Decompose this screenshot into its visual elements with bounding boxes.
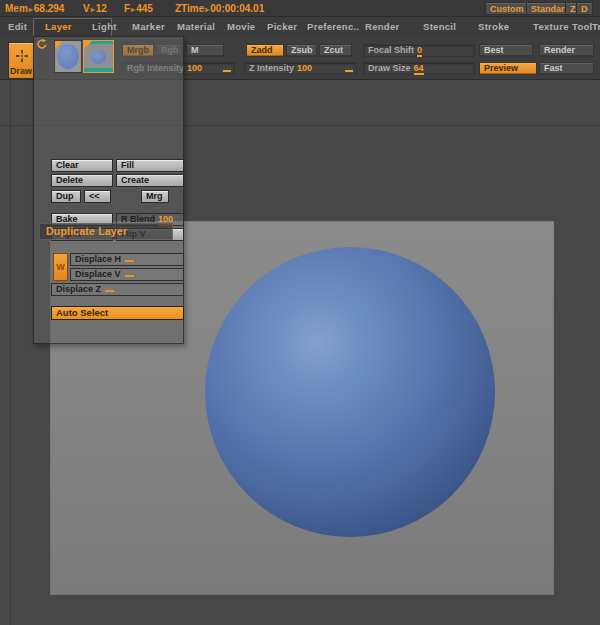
menu-item-layer[interactable]: Layer bbox=[45, 21, 72, 32]
layer-thumbnail-sphere bbox=[91, 50, 106, 64]
draw-button-label: Draw bbox=[9, 67, 33, 76]
d-button[interactable]: D bbox=[576, 2, 593, 15]
layer-thumbnail-1[interactable] bbox=[54, 40, 82, 73]
menu-item-edit[interactable]: Edit bbox=[8, 21, 27, 32]
custom-button[interactable]: Custom bbox=[485, 2, 529, 15]
status-bar: Mem▸68.294 V▸12 F▸445 ZTime▸00:00:04.01 … bbox=[0, 0, 600, 17]
sphere-3d-object[interactable] bbox=[205, 247, 495, 537]
ztime-value: 00:00:04.01 bbox=[210, 3, 264, 14]
wrap-mode-button[interactable]: W bbox=[53, 253, 68, 281]
zsub-button[interactable]: Zsub bbox=[286, 44, 317, 57]
menu-item-render[interactable]: Render bbox=[365, 21, 400, 32]
auto-select-button[interactable]: Auto Select bbox=[51, 306, 184, 320]
displace-v-slider[interactable]: Displace V bbox=[70, 268, 184, 281]
fill-button[interactable]: Fill bbox=[116, 159, 184, 172]
slider-handle[interactable] bbox=[223, 70, 231, 72]
v-label: V bbox=[83, 3, 90, 14]
menu-item-marker[interactable]: Marker bbox=[132, 21, 165, 32]
zbrush-app: Mem▸68.294 V▸12 F▸445 ZTime▸00:00:04.01 … bbox=[0, 0, 600, 625]
z-intensity-value: 100 bbox=[297, 63, 312, 73]
slider-handle[interactable] bbox=[345, 70, 353, 72]
menu-item-tool[interactable]: Tool bbox=[572, 21, 593, 32]
crosshair-icon bbox=[14, 48, 30, 64]
v-value: 12 bbox=[96, 3, 107, 14]
mem-value: 68.294 bbox=[34, 3, 65, 14]
create-button[interactable]: Create bbox=[116, 174, 184, 187]
preview-button[interactable]: Preview bbox=[479, 62, 537, 75]
clear-button[interactable]: Clear bbox=[51, 159, 113, 172]
layer-panel: Clear Fill Delete Create Dup << Mrg Bake… bbox=[33, 36, 184, 344]
v-stat: V▸12 bbox=[83, 3, 107, 15]
menu-item-light[interactable]: Light bbox=[92, 21, 117, 32]
zcut-button[interactable]: Zcut bbox=[319, 44, 352, 57]
ztime-label: ZTime bbox=[175, 3, 204, 14]
menu-item-stencil[interactable]: Stencil bbox=[423, 21, 456, 32]
displace-z-label: Displace Z bbox=[56, 284, 101, 294]
layer-stripe bbox=[84, 68, 113, 72]
displace-h-label: Displace H bbox=[75, 254, 121, 264]
menu-item-preferences[interactable]: Preferenc.. bbox=[307, 21, 359, 32]
menu-item-texture[interactable]: Texture bbox=[533, 21, 569, 32]
draw-size-slider[interactable]: Draw Size64 bbox=[363, 62, 475, 75]
menu-item-movie[interactable]: Movie bbox=[227, 21, 255, 32]
z-intensity-slider[interactable]: Z Intensity100 bbox=[244, 62, 357, 75]
slider-handle[interactable] bbox=[105, 290, 114, 292]
zadd-button[interactable]: Zadd bbox=[246, 44, 284, 57]
slider-handle[interactable] bbox=[125, 260, 134, 262]
menu-item-picker[interactable]: Picker bbox=[267, 21, 297, 32]
draw-button[interactable]: Draw bbox=[8, 42, 34, 79]
rgb-intensity-value: 100 bbox=[187, 63, 202, 73]
delete-button[interactable]: Delete bbox=[51, 174, 113, 187]
mem-label: Mem bbox=[5, 3, 28, 14]
ztime-stat: ZTime▸00:00:04.01 bbox=[175, 3, 264, 15]
menu-item-material[interactable]: Material bbox=[177, 21, 215, 32]
z-intensity-label: Z Intensity bbox=[249, 63, 294, 73]
refresh-icon[interactable] bbox=[36, 38, 48, 50]
collapse-button[interactable]: << bbox=[84, 190, 111, 203]
fast-button[interactable]: Fast bbox=[539, 62, 594, 75]
mrg-button[interactable]: Mrg bbox=[141, 190, 169, 203]
layer-corner-marker-icon bbox=[84, 41, 92, 49]
displace-v-label: Displace V bbox=[75, 269, 121, 279]
f-stat: F▸445 bbox=[124, 3, 153, 15]
displace-h-slider[interactable]: Displace H bbox=[70, 253, 184, 266]
f-value: 445 bbox=[136, 3, 153, 14]
mem-stat: Mem▸68.294 bbox=[5, 3, 64, 15]
draw-size-label: Draw Size bbox=[368, 63, 411, 73]
menu-bar: Edit Layer Light Marker Material Movie P… bbox=[0, 17, 600, 36]
draw-size-value: 64 bbox=[414, 64, 424, 75]
left-tray-divider bbox=[10, 80, 11, 625]
layer-thumbnail-2-selected[interactable] bbox=[83, 40, 114, 73]
displace-z-slider[interactable]: Displace Z bbox=[51, 283, 184, 296]
slider-handle[interactable] bbox=[125, 275, 134, 277]
render-button[interactable]: Render bbox=[539, 44, 594, 57]
focal-shift-value: 0 bbox=[417, 46, 422, 57]
menu-item-stroke[interactable]: Stroke bbox=[478, 21, 509, 32]
tooltip: Duplicate Layer bbox=[39, 223, 173, 240]
best-button[interactable]: Best bbox=[479, 44, 533, 57]
menu-item-transform[interactable]: Tran bbox=[592, 21, 600, 32]
m-button[interactable]: M bbox=[186, 44, 224, 57]
layer-corner-marker-icon bbox=[55, 41, 63, 49]
focal-shift-label: Focal Shift bbox=[368, 45, 414, 55]
focal-shift-slider[interactable]: Focal Shift0 bbox=[363, 44, 475, 57]
dup-button[interactable]: Dup bbox=[51, 190, 81, 203]
